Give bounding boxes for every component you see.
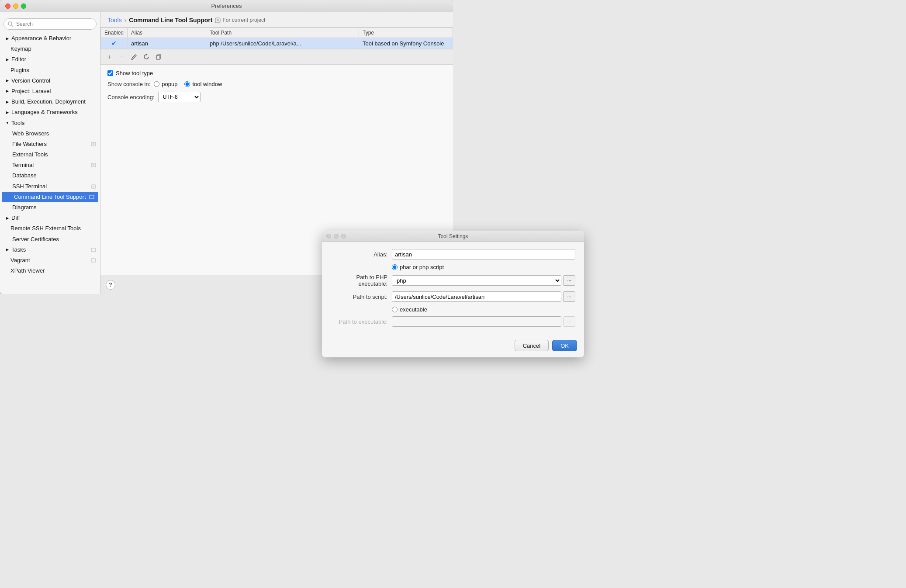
preferences-window: Preferences Appearance & Behavior Keymap… [0, 0, 453, 294]
path-script-row: Path to script: ··· [331, 291, 453, 294]
php-select-container: php ··· [392, 275, 453, 286]
main-content: Appearance & Behavior Keymap Editor Plug… [0, 12, 453, 294]
dialog-max-btn[interactable] [341, 234, 346, 239]
dialog-titlebar: Tool Settings [322, 231, 453, 242]
path-script-input[interactable] [392, 291, 453, 294]
dialog-body: Alias: phar or php script [322, 242, 453, 294]
phar-radio-option[interactable]: phar or php script [392, 264, 444, 270]
phar-radio-row: phar or php script [331, 264, 453, 270]
right-panel: Tools › Command Line Tool Support For cu… [100, 12, 453, 294]
php-executable-label: Path to PHP executable: [331, 274, 392, 287]
phar-radio-input[interactable] [392, 264, 398, 270]
path-script-container: ··· [392, 291, 453, 294]
alias-label: Alias: [331, 251, 392, 258]
php-executable-select[interactable]: php [392, 275, 453, 286]
alias-row: Alias: [331, 249, 453, 259]
dialog-traffic-lights [326, 234, 346, 239]
dialog-min-btn[interactable] [334, 234, 339, 239]
tool-settings-dialog: Tool Settings Alias: [322, 231, 453, 294]
dialog-title: Tool Settings [438, 233, 453, 239]
alias-input[interactable] [392, 249, 453, 259]
dialog-backdrop: Tool Settings Alias: [100, 12, 453, 294]
php-executable-row: Path to PHP executable: php ··· [331, 274, 453, 287]
phar-radio-label: phar or php script [400, 264, 444, 270]
dialog-close-btn[interactable] [326, 234, 331, 239]
path-script-label: Path to script: [331, 294, 392, 294]
